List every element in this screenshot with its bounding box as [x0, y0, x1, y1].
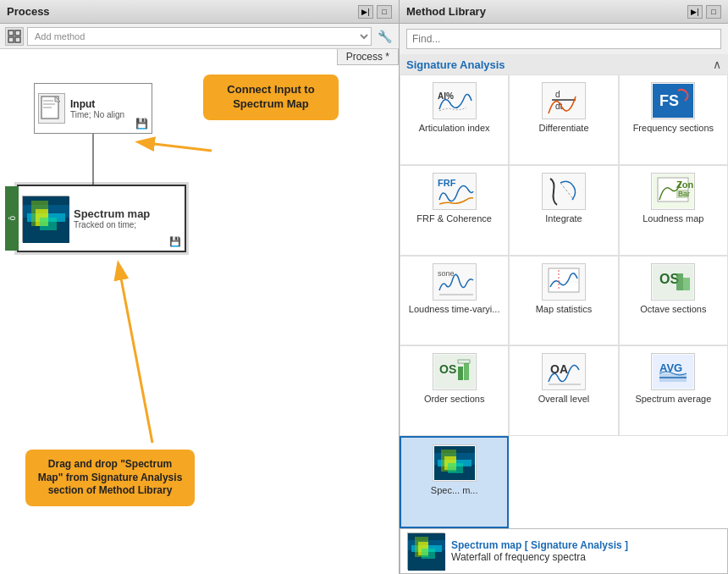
process-maximize-btn[interactable]: □ — [377, 5, 392, 19]
svg-rect-45 — [683, 278, 690, 290]
svg-text:OS: OS — [439, 362, 456, 376]
differentiate-label: Differentiate — [538, 123, 588, 134]
input-block-info: Input Time; No align — [70, 98, 124, 119]
search-input[interactable] — [406, 29, 721, 49]
method-frequency-sections[interactable]: FS Frequency sections — [619, 75, 728, 165]
spectrum-map-icon-box — [433, 444, 477, 482]
input-subtitle: Time; No align — [70, 110, 124, 119]
spectrum-subtitle: Tracked on time; — [74, 220, 150, 229]
spectrum-average-icon-box: AVG — [651, 353, 695, 390]
spectrum-average-label: Spectrum average — [635, 394, 711, 405]
tooltip-content: Spectrum map [ Signature Analysis ] Wate… — [451, 539, 628, 563]
spectrum-title: Spectrum map — [74, 207, 150, 220]
svg-rect-7 — [43, 107, 52, 108]
method-spectrum-average[interactable]: AVG Spectrum average — [619, 345, 728, 436]
add-method-dropdown[interactable]: Add method — [27, 27, 372, 46]
loudness-map-icon-box: Zone Bar — [651, 173, 695, 210]
svg-rect-48 — [458, 367, 463, 380]
map-statistics-label: Map statistics — [536, 304, 593, 315]
integrate-label: Integrate — [545, 213, 582, 224]
spectrum-image — [22, 196, 69, 242]
loudness-time-varying-icon-box: sone — [433, 263, 477, 301]
frequency-sections-icon-box: FS — [651, 82, 695, 119]
octave-sections-label: Octave sections — [640, 304, 706, 315]
svg-rect-21 — [543, 84, 584, 118]
svg-rect-69 — [422, 549, 435, 559]
svg-rect-19 — [434, 84, 475, 118]
callout-connect-input: Connect Input to Spectrum Map — [203, 75, 339, 120]
methods-grid: AI% Articulation index d dt Differentiat… — [400, 75, 728, 528]
svg-line-18 — [119, 265, 152, 443]
svg-text:Zone: Zone — [676, 179, 693, 190]
svg-rect-0 — [8, 30, 14, 36]
input-block[interactable]: Input Time; No align 💾 — [34, 83, 152, 134]
spectrum-text-info: Spectrum map Tracked on time; — [74, 207, 150, 229]
method-spectrum-map[interactable]: Spec... m... — [400, 436, 509, 528]
svg-rect-29 — [543, 174, 584, 208]
process-panel-title: Process — [7, 5, 50, 18]
order-sections-label: Order sections — [424, 394, 485, 405]
toolbar-layout-icon[interactable] — [5, 27, 24, 46]
section-collapse-icon[interactable]: ∧ — [713, 58, 721, 71]
process-canvas: Process * Input Time; No align 💾 — [0, 49, 399, 574]
frf-coherence-label: FRF & Coherence — [416, 213, 492, 224]
method-loudness-map[interactable]: Zone Bar Loudness map — [619, 165, 728, 256]
method-octave-sections[interactable]: OS Octave sections — [619, 256, 728, 346]
frf-coherence-icon-box: FRF — [433, 173, 477, 210]
svg-rect-39 — [549, 268, 579, 292]
method-loudness-time-varying[interactable]: sone Loudness time-varyi... — [400, 256, 509, 346]
tooltip-name: Spectrum map [ Signature Analysis ] — [451, 539, 628, 551]
svg-rect-3 — [15, 37, 20, 42]
svg-rect-5 — [43, 100, 53, 102]
method-differentiate[interactable]: d dt Differentiate — [509, 75, 618, 165]
tooltip-description: Waterfall of frequency spectra — [451, 551, 586, 563]
callout-drag-drop: Drag and drop "Spectrum Map" from Signat… — [25, 450, 195, 506]
library-minimize-btn[interactable]: ▶| — [687, 5, 703, 19]
process-tab[interactable]: Process * — [337, 49, 399, 65]
octave-sections-icon-box: OS — [651, 263, 695, 301]
articulation-index-icon-box: AI% — [433, 82, 477, 119]
svg-text:FRF: FRF — [438, 178, 456, 188]
svg-text:d: d — [555, 90, 560, 99]
process-minimize-btn[interactable]: ▶| — [358, 5, 373, 19]
library-maximize-btn[interactable]: □ — [706, 5, 721, 19]
library-panel-header: Method Library ▶| □ — [400, 0, 728, 24]
method-frf-coherence[interactable]: FRF FRF & Coherence — [400, 165, 509, 256]
library-panel: Method Library ▶| □ Signature Analysis ∧… — [400, 0, 728, 574]
process-header-icons: ▶| □ — [358, 5, 392, 19]
input-title: Input — [70, 98, 124, 110]
input-file-icon — [38, 93, 65, 124]
method-articulation-index[interactable]: AI% Articulation index — [400, 75, 509, 165]
spectrum-side-label: ô — [8, 216, 17, 221]
spectrum-save-icon: 💾 — [169, 236, 181, 247]
loudness-map-label: Loudness map — [643, 213, 703, 224]
svg-text:Bar: Bar — [678, 190, 690, 198]
process-panel: Process ▶| □ Add method 🔧 Process * — [0, 0, 400, 574]
svg-rect-2 — [8, 37, 14, 42]
tooltip-icon — [407, 533, 444, 570]
section-title: Signature Analysis — [406, 58, 505, 71]
svg-line-17 — [140, 142, 212, 151]
tooltip-bar: Spectrum map [ Signature Analysis ] Wate… — [400, 528, 728, 574]
method-overall-level[interactable]: OA Overall level — [509, 345, 618, 436]
svg-rect-44 — [676, 273, 683, 290]
library-search-bar — [400, 24, 728, 54]
svg-rect-6 — [43, 103, 55, 105]
loudness-time-varying-label: Loudness time-varyi... — [409, 304, 500, 315]
method-integrate[interactable]: Integrate — [509, 165, 618, 256]
method-order-sections[interactable]: OS Order sections — [400, 345, 509, 436]
callout-connect-text: Connect Input to Spectrum Map — [227, 83, 314, 110]
process-panel-header: Process ▶| □ — [0, 0, 399, 24]
method-map-statistics[interactable]: Map statistics — [509, 256, 618, 346]
svg-rect-1 — [15, 30, 20, 36]
svg-text:FS: FS — [659, 92, 679, 109]
spectrum-block[interactable]: ô Spectrum map Tracked on time; 💾 — [17, 185, 186, 252]
integrate-icon-box — [542, 173, 586, 210]
articulation-index-label: Articulation index — [419, 123, 490, 134]
frequency-sections-label: Frequency sections — [633, 123, 714, 134]
svg-rect-49 — [464, 363, 469, 380]
overall-level-label: Overall level — [538, 394, 590, 405]
toolbar-wrench-icon[interactable]: 🔧 — [375, 27, 394, 46]
overall-level-icon-box: OA — [542, 353, 586, 390]
svg-text:sone: sone — [438, 269, 455, 278]
